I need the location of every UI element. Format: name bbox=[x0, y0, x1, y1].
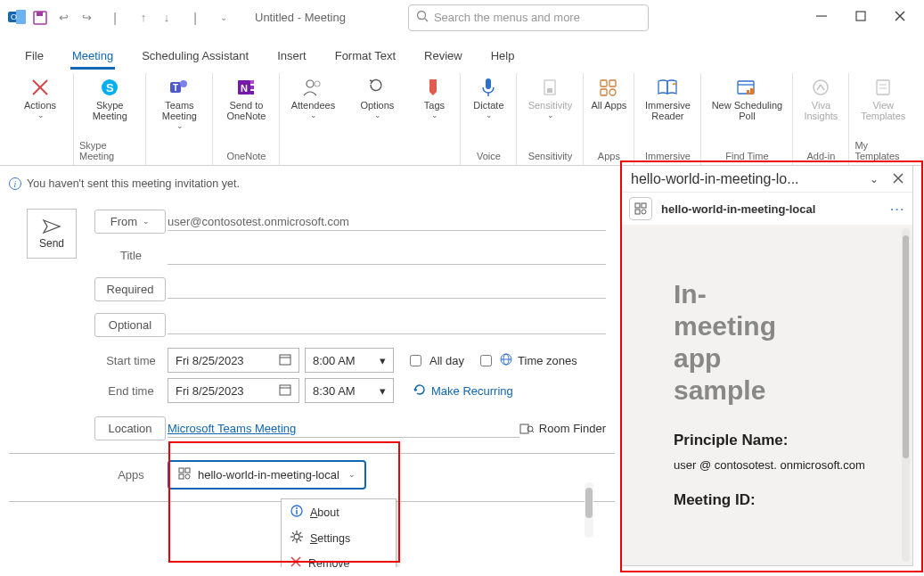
tab-format-text[interactable]: Format Text bbox=[326, 44, 405, 70]
svg-rect-31 bbox=[601, 80, 607, 86]
info-icon: i bbox=[9, 177, 21, 190]
menu-remove[interactable]: Remove bbox=[282, 551, 396, 567]
send-button[interactable]: Send bbox=[27, 209, 77, 259]
tab-meeting[interactable]: Meeting bbox=[63, 44, 122, 70]
save-icon[interactable] bbox=[30, 8, 50, 28]
group-voice: Dictate⌄ Voice bbox=[461, 73, 517, 165]
timezones-checkbox[interactable]: Time zones bbox=[477, 352, 577, 369]
title-label: Title bbox=[94, 249, 168, 262]
svg-rect-77 bbox=[642, 203, 646, 208]
ribbon-tabs: File Meeting Scheduling Assistant Insert… bbox=[0, 39, 924, 70]
svg-rect-33 bbox=[601, 89, 607, 95]
minimize-icon[interactable] bbox=[815, 10, 828, 25]
dictate-button[interactable]: Dictate⌄ bbox=[466, 73, 511, 121]
up-arrow-icon[interactable]: ↑ bbox=[134, 8, 153, 28]
skype-button[interactable]: S Skype Meeting bbox=[82, 73, 137, 123]
from-button[interactable]: From⌄ bbox=[94, 210, 166, 234]
room-finder-button[interactable]: Room Finder bbox=[519, 420, 606, 437]
required-button[interactable]: Required bbox=[94, 277, 166, 301]
optional-button[interactable]: Optional bbox=[94, 313, 166, 337]
svg-line-68 bbox=[292, 532, 294, 534]
tab-help[interactable]: Help bbox=[482, 44, 524, 70]
required-field[interactable] bbox=[168, 279, 606, 299]
body-scrollbar[interactable] bbox=[585, 482, 593, 538]
side-panel-scrollbar[interactable] bbox=[902, 228, 910, 562]
svg-rect-46 bbox=[280, 355, 290, 365]
gear-icon bbox=[290, 531, 303, 546]
scheduling-poll-button[interactable]: New Scheduling Poll bbox=[707, 73, 787, 123]
tab-scheduling[interactable]: Scheduling Assistant bbox=[133, 44, 258, 70]
side-panel-titlebar: hello-world-in-meeting-lo... ⌄ bbox=[622, 166, 912, 193]
svg-rect-37 bbox=[750, 88, 754, 95]
search-placeholder: Search the menus and more bbox=[434, 11, 580, 24]
mic-icon bbox=[480, 75, 496, 100]
menu-about[interactable]: About bbox=[282, 499, 396, 525]
tab-file[interactable]: File bbox=[16, 44, 53, 70]
svg-rect-19 bbox=[250, 80, 254, 84]
menu-settings[interactable]: Settings bbox=[282, 525, 396, 551]
group-addin: Viva Insights Add-in bbox=[793, 73, 849, 165]
onenote-button[interactable]: N Send to OneNote bbox=[218, 73, 274, 123]
group-label-onenote: OneNote bbox=[226, 149, 266, 165]
calendar-icon bbox=[279, 353, 291, 368]
attendees-button[interactable]: Attendees⌄ bbox=[285, 73, 340, 121]
skype-icon: S bbox=[99, 75, 120, 100]
onenote-icon: N bbox=[235, 75, 257, 100]
side-panel-toolbar: hello-world-in-meeting-local ··· bbox=[622, 193, 912, 225]
principle-name-value: user @ contosotest. onmicrosoft.com bbox=[674, 458, 898, 472]
start-time-label: Start time bbox=[94, 354, 168, 367]
start-date-field[interactable]: Fri 8/25/2023 bbox=[168, 348, 299, 373]
options-button[interactable]: Options⌄ bbox=[349, 73, 405, 121]
svg-rect-42 bbox=[877, 80, 889, 95]
app-pill-button[interactable]: hello-world-in-meeting-local ⌄ bbox=[168, 460, 366, 490]
immersive-button[interactable]: Immersive Reader bbox=[640, 73, 695, 123]
group-teams: T Teams Meeting⌄ bbox=[146, 73, 213, 165]
window-controls bbox=[815, 10, 917, 25]
svg-rect-21 bbox=[250, 91, 254, 95]
teams-icon: T bbox=[168, 75, 190, 100]
close-icon[interactable] bbox=[894, 10, 906, 25]
svg-line-71 bbox=[292, 539, 294, 541]
optional-field[interactable] bbox=[168, 315, 606, 334]
tags-icon bbox=[426, 75, 442, 100]
from-field[interactable]: user@contosotest.onmicrosoft.com bbox=[168, 211, 606, 231]
app-square-icon[interactable] bbox=[629, 197, 652, 220]
options-icon bbox=[367, 75, 387, 100]
teams-button[interactable]: T Teams Meeting⌄ bbox=[151, 73, 207, 132]
chevron-down-icon[interactable]: ⌄ bbox=[870, 173, 879, 185]
svg-rect-27 bbox=[486, 78, 491, 89]
title-field[interactable] bbox=[168, 245, 606, 265]
end-date-field[interactable]: Fri 8/25/2023 bbox=[168, 378, 299, 403]
group-onenote: N Send to OneNote OneNote bbox=[213, 73, 280, 165]
undo-icon[interactable]: ↩ bbox=[53, 8, 73, 28]
location-button[interactable]: Location bbox=[94, 416, 166, 440]
search-box[interactable]: Search the menus and more bbox=[408, 4, 649, 31]
end-time-label: End time bbox=[94, 384, 168, 398]
redo-icon[interactable]: ↪ bbox=[77, 8, 96, 28]
end-time-field[interactable]: 8:30 AM▾ bbox=[305, 378, 394, 403]
qat-chevron-icon[interactable]: ⌄ bbox=[214, 8, 233, 28]
principle-name-label: Principle Name: bbox=[674, 432, 898, 449]
send-icon bbox=[42, 218, 61, 237]
outlook-icon: O bbox=[7, 8, 27, 28]
actions-button[interactable]: Actions⌄ bbox=[12, 73, 68, 121]
group-skype: S Skype Meeting Skype Meeting bbox=[74, 73, 146, 165]
sensitivity-button: Sensitivity⌄ bbox=[522, 73, 577, 121]
tags-button[interactable]: Tags⌄ bbox=[413, 73, 454, 121]
close-icon[interactable] bbox=[893, 171, 904, 187]
more-icon[interactable]: ··· bbox=[890, 202, 905, 216]
group-label-sensitivity: Sensitivity bbox=[528, 149, 573, 165]
down-arrow-icon[interactable]: ↓ bbox=[157, 8, 176, 28]
all-day-checkbox[interactable]: All day bbox=[406, 352, 464, 369]
svg-rect-51 bbox=[280, 385, 290, 395]
tab-review[interactable]: Review bbox=[415, 44, 471, 70]
location-field[interactable]: Microsoft Teams Meeting bbox=[168, 418, 519, 438]
tab-insert[interactable]: Insert bbox=[268, 44, 315, 70]
make-recurring-button[interactable]: Make Recurring bbox=[413, 383, 513, 399]
all-apps-button[interactable]: All Apps bbox=[589, 73, 628, 112]
maximize-icon[interactable] bbox=[854, 10, 867, 25]
svg-rect-57 bbox=[185, 468, 190, 473]
start-time-field[interactable]: 8:00 AM▾ bbox=[305, 348, 394, 373]
info-text: You haven't sent this meeting invitation… bbox=[27, 177, 240, 190]
recurring-icon bbox=[413, 383, 426, 399]
